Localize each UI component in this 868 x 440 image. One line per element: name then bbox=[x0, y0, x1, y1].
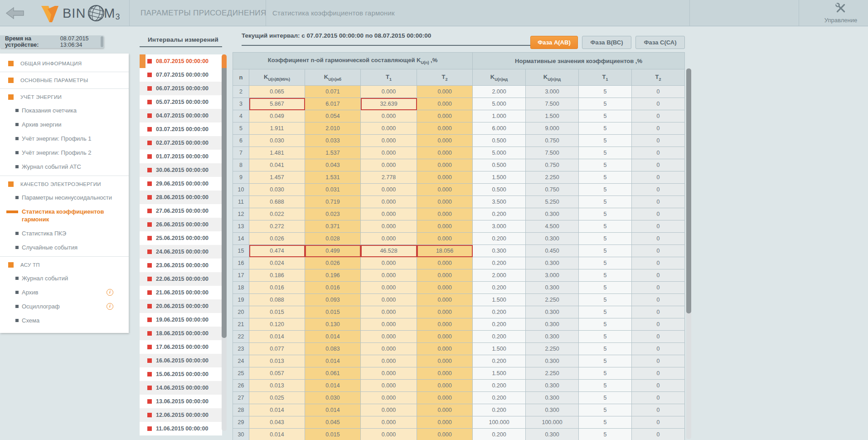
phase-button-2[interactable]: Фаза С(СА) bbox=[635, 36, 685, 49]
sidebar-section-header[interactable]: КАЧЕСТВО ЭЛЕКТРОЭНЕРГИИ bbox=[0, 178, 129, 191]
selected-interval-marker bbox=[140, 381, 145, 395]
interval-item[interactable]: 01.07.2015 00:00:00 bbox=[140, 150, 222, 163]
header-separator bbox=[129, 0, 130, 26]
table-row: 35.8676.01732.6390.0005.0007.50050 bbox=[233, 98, 685, 110]
sidebar-item[interactable]: Учёт энергии: Профиль 2 bbox=[0, 146, 129, 160]
cell-n: 3 bbox=[233, 98, 249, 110]
cell-value: 0 bbox=[632, 392, 685, 404]
cell-value: 0.719 bbox=[305, 196, 361, 208]
device-time-value: 08.07.2015 13:06:34 bbox=[60, 35, 104, 48]
interval-item[interactable]: 26.06.2015 00:00:00 bbox=[140, 218, 222, 231]
cell-value: 0.000 bbox=[361, 294, 417, 306]
sidebar-item[interactable]: Учёт энергии: Профиль 1 bbox=[0, 132, 129, 146]
cell-value: 0.049 bbox=[249, 110, 305, 122]
interval-item[interactable]: 23.06.2015 00:00:00 bbox=[140, 259, 222, 272]
interval-item[interactable]: 22.06.2015 00:00:00 bbox=[140, 272, 222, 286]
phase-button-0[interactable]: Фаза А(АВ) bbox=[530, 36, 578, 49]
item-bullet-icon bbox=[15, 109, 19, 112]
interval-item[interactable]: 30.06.2015 00:00:00 bbox=[140, 163, 222, 177]
cell-value: 0.300 bbox=[526, 282, 579, 294]
info-icon[interactable]: i bbox=[107, 289, 113, 296]
interval-item[interactable]: 04.07.2015 00:00:00 bbox=[140, 109, 222, 122]
interval-item[interactable]: 24.06.2015 00:00:00 bbox=[140, 245, 222, 259]
cell-value: 0.000 bbox=[417, 196, 473, 208]
cell-value: 0.130 bbox=[305, 318, 361, 331]
interval-item[interactable]: 15.06.2015 00:00:00 bbox=[140, 367, 222, 381]
cell-value: 0.026 bbox=[249, 233, 305, 245]
selected-interval-marker bbox=[140, 54, 145, 68]
interval-item[interactable]: 20.06.2015 00:00:00 bbox=[140, 299, 222, 313]
interval-date: 13.06.2015 00:00:00 bbox=[156, 398, 209, 405]
table-row: 190.0880.0930.0000.0001.5002.25050 bbox=[233, 294, 685, 306]
interval-item[interactable]: 14.06.2015 00:00:00 bbox=[140, 381, 222, 395]
sidebar-item[interactable]: Архивi bbox=[0, 285, 129, 299]
interval-scrollbar-thumb[interactable] bbox=[222, 68, 227, 338]
sidebar-item[interactable]: Журнал событий АТС bbox=[0, 160, 129, 174]
interval-item[interactable]: 21.06.2015 00:00:00 bbox=[140, 286, 222, 299]
cell-value: 0.750 bbox=[526, 135, 579, 147]
table-row: 160.0240.0260.0000.0000.2000.30050 bbox=[233, 257, 685, 269]
cell-n: 2 bbox=[233, 86, 249, 98]
info-icon[interactable]: i bbox=[107, 303, 113, 310]
cell-value: 0.000 bbox=[417, 282, 473, 294]
interval-item[interactable]: 28.06.2015 00:00:00 bbox=[140, 191, 222, 204]
table-subheader-row: nKU(n)В(95%)KU(n)нбT1T2KU(n)ндKU(n)пдT1T… bbox=[233, 69, 685, 86]
logo-3-text: 3 bbox=[116, 12, 120, 22]
sidebar-item-label: Случайные события bbox=[22, 244, 78, 251]
sidebar-section-header[interactable]: ОСНОВНЫЕ ПАРАМЕТРЫ bbox=[0, 74, 129, 87]
sidebar-item[interactable]: Статистика ПКЭ bbox=[0, 226, 129, 240]
table-scrollbar-thumb[interactable] bbox=[686, 68, 691, 313]
sidebar-section-header[interactable]: АСУ ТП bbox=[0, 259, 129, 271]
interval-item[interactable]: 29.06.2015 00:00:00 bbox=[140, 177, 222, 191]
interval-item[interactable]: 06.07.2015 00:00:00 bbox=[140, 82, 222, 95]
table-row: 91.4571.5312.7780.0001.5002.25050 bbox=[233, 171, 685, 184]
sidebar-item[interactable]: Статистика коэффициентов гармоник bbox=[0, 205, 129, 226]
interval-date: 26.06.2015 00:00:00 bbox=[156, 221, 209, 228]
interval-item[interactable]: 18.06.2015 00:00:00 bbox=[140, 327, 222, 340]
interval-item[interactable]: 07.07.2015 00:00:00 bbox=[140, 68, 222, 82]
cell-value: 0.000 bbox=[361, 392, 417, 404]
sidebar-item[interactable]: Журнал событий bbox=[0, 271, 129, 285]
cell-value: 0.000 bbox=[417, 208, 473, 220]
interval-item[interactable]: 12.06.2015 00:00:00 bbox=[140, 408, 222, 422]
cell-value: 0.200 bbox=[473, 331, 526, 343]
sidebar-section-header[interactable]: УЧЁТ ЭНЕРГИИ bbox=[0, 91, 129, 103]
interval-item[interactable]: 16.06.2015 00:00:00 bbox=[140, 354, 222, 367]
interval-item[interactable]: 17.06.2015 00:00:00 bbox=[140, 340, 222, 354]
sidebar-item-label: Осциллограф bbox=[22, 303, 60, 310]
interval-item[interactable]: 08.07.2015 00:00:00 bbox=[140, 54, 222, 68]
back-button[interactable] bbox=[5, 5, 25, 21]
cell-value: 5 bbox=[579, 196, 632, 208]
sidebar-item[interactable]: Архив энергии bbox=[0, 117, 129, 132]
sidebar-item[interactable]: Параметры несинусоидальности bbox=[0, 191, 129, 205]
date-bullet-icon bbox=[147, 399, 152, 404]
interval-item[interactable]: 13.06.2015 00:00:00 bbox=[140, 395, 222, 408]
cell-value: 0 bbox=[632, 171, 685, 184]
sidebar-item[interactable]: Схема bbox=[0, 313, 129, 328]
cell-value: 0.000 bbox=[417, 233, 473, 245]
interval-item[interactable]: 11.06.2015 00:00:00 bbox=[140, 422, 222, 435]
interval-item[interactable]: 02.07.2015 00:00:00 bbox=[140, 136, 222, 150]
sidebar-item[interactable]: Случайные события bbox=[0, 240, 129, 254]
interval-item[interactable]: 19.06.2015 00:00:00 bbox=[140, 313, 222, 327]
cell-n: 6 bbox=[233, 135, 249, 147]
interval-item[interactable]: 27.06.2015 00:00:00 bbox=[140, 204, 222, 218]
sidebar-item[interactable]: Показания счетчика bbox=[0, 103, 129, 117]
phase-button-1[interactable]: Фаза В(ВС) bbox=[582, 36, 631, 49]
sidebar-item[interactable]: Осциллографi bbox=[0, 299, 129, 313]
column-header: T2 bbox=[417, 69, 473, 86]
cell-value: 0.000 bbox=[417, 220, 473, 233]
date-bullet-icon bbox=[147, 236, 152, 240]
sidebar-section-header[interactable]: ОБЩАЯ ИНФОРМАЦИЯ bbox=[0, 57, 129, 70]
interval-item[interactable]: 05.07.2015 00:00:00 bbox=[140, 95, 222, 109]
interval-item[interactable]: 25.06.2015 00:00:00 bbox=[140, 231, 222, 245]
section-bullet-icon bbox=[8, 181, 14, 187]
cell-value: 0 bbox=[632, 233, 685, 245]
management-button[interactable]: Управление bbox=[816, 2, 866, 24]
sidebar-divider bbox=[0, 72, 129, 72]
cell-n: 4 bbox=[233, 110, 249, 122]
cell-n: 25 bbox=[233, 367, 249, 380]
cell-value: 0 bbox=[632, 380, 685, 392]
cell-value: 0.300 bbox=[526, 355, 579, 367]
interval-item[interactable]: 03.07.2015 00:00:00 bbox=[140, 122, 222, 136]
